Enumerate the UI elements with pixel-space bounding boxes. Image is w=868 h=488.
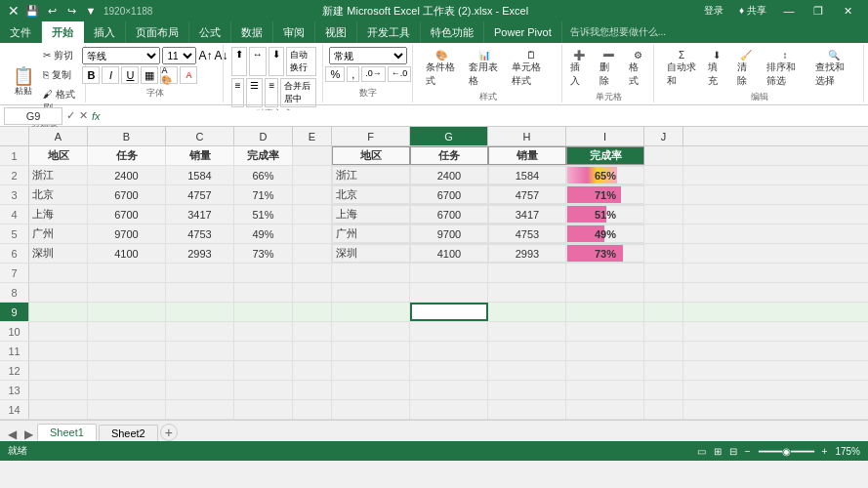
cell-f12[interactable] bbox=[332, 361, 410, 380]
cell-j10[interactable] bbox=[644, 322, 683, 341]
zoom-increase-btn[interactable]: + bbox=[822, 446, 828, 457]
cell-i2[interactable]: 65% bbox=[566, 166, 644, 184]
cell-c10[interactable] bbox=[166, 322, 234, 341]
bold-btn[interactable]: B bbox=[82, 66, 100, 84]
cell-d6[interactable]: 73% bbox=[234, 244, 293, 263]
cell-b12[interactable] bbox=[88, 361, 166, 380]
cell-i6[interactable]: 73% bbox=[566, 244, 644, 263]
cell-d9[interactable] bbox=[234, 303, 293, 321]
cell-j2[interactable] bbox=[644, 166, 683, 184]
percent-btn[interactable]: % bbox=[325, 66, 345, 82]
col-header-f[interactable]: F bbox=[332, 127, 410, 145]
cell-i14[interactable] bbox=[566, 400, 644, 419]
formula-check-icon[interactable]: ✓ bbox=[66, 109, 75, 122]
conditional-format-btn[interactable]: 🎨 条件格式 bbox=[421, 47, 462, 91]
cell-b6[interactable]: 4100 bbox=[88, 244, 166, 263]
fill-color-btn[interactable]: A🎨 bbox=[160, 66, 178, 84]
cell-f4[interactable]: 上海 bbox=[332, 205, 410, 224]
cell-a6[interactable]: 深圳 bbox=[29, 244, 88, 263]
cell-i5[interactable]: 49% bbox=[566, 224, 644, 243]
cell-e14[interactable] bbox=[293, 400, 332, 419]
cell-styles-btn[interactable]: 🗒 单元格样式 bbox=[507, 47, 556, 91]
insert-cells-btn[interactable]: ➕ 插入 bbox=[565, 47, 593, 91]
cell-f11[interactable] bbox=[332, 342, 410, 360]
cell-b13[interactable] bbox=[88, 381, 166, 399]
scroll-left-tab-btn[interactable]: ◀ bbox=[4, 427, 21, 441]
cell-d1[interactable]: 完成率 bbox=[234, 146, 293, 165]
cell-e11[interactable] bbox=[293, 342, 332, 360]
increase-font-btn[interactable]: A↑ bbox=[198, 49, 212, 62]
cell-h4[interactable]: 3417 bbox=[488, 205, 566, 224]
cell-d2[interactable]: 66% bbox=[234, 166, 293, 184]
cell-b8[interactable] bbox=[88, 283, 166, 302]
cell-g13[interactable] bbox=[410, 381, 488, 399]
col-header-i[interactable]: I bbox=[566, 127, 644, 145]
cell-e7[interactable] bbox=[293, 264, 332, 282]
cell-c4[interactable]: 3417 bbox=[166, 205, 234, 224]
cell-f14[interactable] bbox=[332, 400, 410, 419]
cell-d8[interactable] bbox=[234, 283, 293, 302]
cell-h12[interactable] bbox=[488, 361, 566, 380]
cell-g5[interactable]: 9700 bbox=[410, 224, 488, 243]
cell-j11[interactable] bbox=[644, 342, 683, 360]
cell-c14[interactable] bbox=[166, 400, 234, 419]
cell-f2[interactable]: 浙江 bbox=[332, 166, 410, 184]
cell-g2[interactable]: 2400 bbox=[410, 166, 488, 184]
cell-f8[interactable] bbox=[332, 283, 410, 302]
border-btn[interactable]: ▦ bbox=[141, 66, 158, 84]
cell-c6[interactable]: 2993 bbox=[166, 244, 234, 263]
cell-i12[interactable] bbox=[566, 361, 644, 380]
cell-a8[interactable] bbox=[29, 283, 88, 302]
cell-a3[interactable]: 北京 bbox=[29, 185, 88, 204]
cell-g7[interactable] bbox=[410, 264, 488, 282]
customize-quick-access[interactable]: ▼ bbox=[84, 4, 98, 18]
cell-b10[interactable] bbox=[88, 322, 166, 341]
col-header-b[interactable]: B bbox=[88, 127, 166, 145]
cell-b14[interactable] bbox=[88, 400, 166, 419]
cell-i11[interactable] bbox=[566, 342, 644, 360]
cell-e13[interactable] bbox=[293, 381, 332, 399]
align-left-btn[interactable]: ≡ bbox=[231, 78, 245, 107]
quick-save[interactable]: 💾 bbox=[25, 4, 39, 18]
cell-i4[interactable]: 51% bbox=[566, 205, 644, 224]
quick-undo[interactable]: ↩ bbox=[45, 4, 59, 18]
underline-btn[interactable]: U bbox=[121, 66, 139, 84]
tab-developer[interactable]: 开发工具 bbox=[357, 21, 421, 43]
col-header-j[interactable]: J bbox=[644, 127, 683, 145]
cell-e4[interactable] bbox=[293, 205, 332, 224]
cell-i10[interactable] bbox=[566, 322, 644, 341]
align-bottom-btn[interactable]: ⬇ bbox=[269, 47, 284, 76]
login-btn[interactable]: 登录 bbox=[698, 4, 729, 18]
cell-c11[interactable] bbox=[166, 342, 234, 360]
cell-g11[interactable] bbox=[410, 342, 488, 360]
cell-f7[interactable] bbox=[332, 264, 410, 282]
cell-b2[interactable]: 2400 bbox=[88, 166, 166, 184]
cell-j3[interactable] bbox=[644, 185, 683, 204]
zoom-level[interactable]: 175% bbox=[835, 446, 860, 457]
cell-a10[interactable] bbox=[29, 322, 88, 341]
sort-filter-btn[interactable]: ↕ 排序和筛选 bbox=[762, 47, 808, 91]
col-header-g[interactable]: G bbox=[410, 127, 488, 145]
cell-f6[interactable]: 深圳 bbox=[332, 244, 410, 263]
cell-a9[interactable] bbox=[29, 303, 88, 321]
cell-g1[interactable]: 任务 bbox=[410, 146, 488, 165]
align-middle-btn[interactable]: ↔ bbox=[249, 47, 267, 76]
cell-h11[interactable] bbox=[488, 342, 566, 360]
cell-i8[interactable] bbox=[566, 283, 644, 302]
cell-g8[interactable] bbox=[410, 283, 488, 302]
cell-d3[interactable]: 71% bbox=[234, 185, 293, 204]
find-select-btn[interactable]: 🔍 查找和选择 bbox=[810, 47, 857, 91]
cell-d7[interactable] bbox=[234, 264, 293, 282]
cell-j1[interactable] bbox=[644, 146, 683, 165]
tab-page-layout[interactable]: 页面布局 bbox=[126, 21, 189, 43]
sheet-tab-1[interactable]: Sheet1 bbox=[37, 424, 97, 441]
col-header-d[interactable]: D bbox=[234, 127, 293, 145]
italic-btn[interactable]: I bbox=[102, 66, 119, 84]
cell-j14[interactable] bbox=[644, 400, 683, 419]
cell-g4[interactable]: 6700 bbox=[410, 205, 488, 224]
tab-file[interactable]: 文件 bbox=[0, 21, 42, 43]
cell-reference[interactable] bbox=[4, 107, 62, 125]
wrap-text-btn[interactable]: 自动换行 bbox=[286, 47, 316, 76]
align-right-btn[interactable]: ≡ bbox=[265, 78, 278, 107]
close-btn[interactable]: ✕ bbox=[835, 0, 860, 21]
